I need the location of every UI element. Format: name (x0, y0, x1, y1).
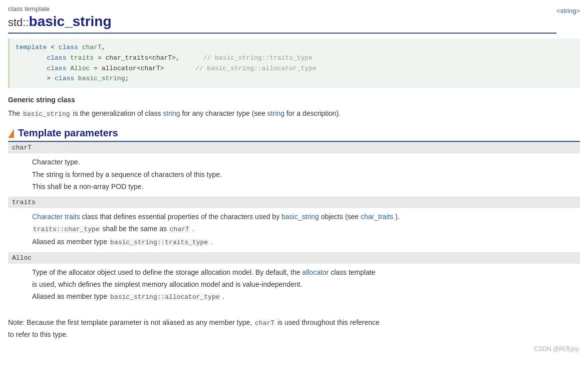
traits-desc-2: traits::char_type shall be the same as c… (32, 223, 576, 235)
classname-text: basic_string (29, 14, 112, 29)
param-desc-traits: Character traits class that defines esse… (8, 208, 580, 252)
charT-desc-1: Character type. (32, 156, 576, 167)
traits-desc-1: Character traits class that defines esse… (32, 211, 576, 222)
watermark: CSDN @阿亮joy. (8, 345, 580, 353)
template-params-heading: Template parameters (18, 127, 118, 139)
table-row: Character traits class that defines esse… (8, 208, 580, 252)
traits-type-code: basic_string::traits_type (109, 239, 209, 246)
param-name-traits: traits (8, 197, 580, 208)
param-name-charT: charT (8, 142, 580, 153)
param-name-alloc: Alloc (8, 252, 580, 264)
note-text-1: Note: Because the first template paramet… (8, 317, 580, 329)
alloc-desc-2: is used, which defines the simplest memo… (32, 279, 576, 290)
charT-desc-2: The string is formed by a sequence of ch… (32, 169, 576, 180)
alloc-desc-3: Aliased as member type basic_string::all… (32, 291, 576, 303)
character-traits-link[interactable]: Character traits (32, 213, 80, 221)
generic-string-heading: Generic string class (8, 96, 75, 104)
table-row: Alloc (8, 252, 580, 264)
namespace-text: std:: (8, 16, 29, 29)
class-template-label: class template (8, 5, 556, 13)
params-table: charT Character type. The string is form… (8, 142, 580, 307)
generic-desc-after: for any character type (see (182, 109, 267, 117)
table-row: charT (8, 142, 580, 153)
note-text-2: to refer to this type. (8, 329, 580, 340)
traits-desc-3: Aliased as member type basic_string::tra… (32, 236, 576, 248)
string-link-1[interactable]: string (163, 109, 180, 117)
generic-desc-mid: is the generalization of class (73, 109, 163, 117)
traits-desc-see: objects (see (321, 213, 361, 221)
charT-note-code: charT (254, 319, 275, 327)
basic-string-inline-code: basic_string (22, 110, 71, 118)
char-traits-link[interactable]: char_traits (361, 213, 393, 221)
triangle-icon (8, 129, 14, 138)
charT-desc-3: This shall be a non-array POD type. (32, 181, 576, 192)
allocator-link[interactable]: allocator (302, 268, 329, 276)
alloc-desc-1: Type of the allocator object used to def… (32, 267, 576, 278)
generic-string-section: Generic string class The basic_string is… (8, 94, 580, 119)
traits-desc-end: ). (395, 213, 400, 221)
generic-desc-before: The (8, 109, 20, 117)
table-row: Character type. The string is formed by … (8, 153, 580, 196)
charT-code: charT (169, 226, 190, 233)
param-desc-charT: Character type. The string is formed by … (8, 153, 580, 196)
note-section: Note: Because the first template paramet… (8, 317, 580, 340)
string-link-2[interactable]: string (267, 109, 284, 117)
traits-shall: shall be the same as (103, 225, 169, 233)
basic-string-link-traits[interactable]: basic_string (281, 213, 319, 221)
page-title: std::basic_string (8, 14, 556, 34)
string-header-link[interactable]: <string> (556, 7, 580, 15)
traits-desc-mid: class that defines essential properties … (82, 213, 281, 221)
traits-char-type-code: traits::char_type (32, 226, 101, 233)
traits-aliased: Aliased as member type (32, 238, 109, 246)
template-code-block: template < class charT, class traits = c… (8, 39, 580, 88)
table-row: Type of the allocator object used to def… (8, 264, 580, 307)
generic-desc-end: for a description). (286, 109, 341, 117)
param-desc-alloc: Type of the allocator object used to def… (8, 264, 580, 307)
template-params-section-header: Template parameters (8, 127, 580, 142)
table-row: traits (8, 197, 580, 208)
alloc-type-code: basic_string::allocator_type (109, 293, 220, 301)
